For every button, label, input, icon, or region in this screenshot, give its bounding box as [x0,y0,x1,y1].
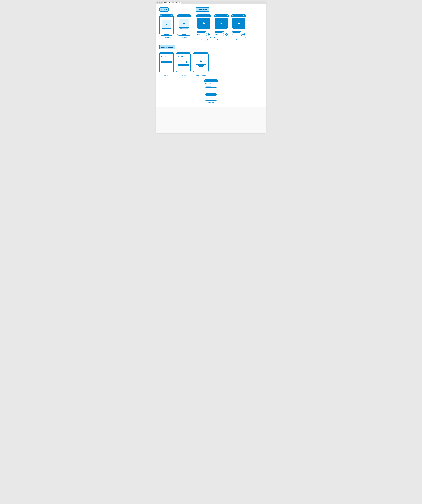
loading-dot-6 [185,29,186,29]
onboarding3-time: 9:41 [232,15,234,16]
onboarding1-home-bar [202,37,206,37]
welcoming-mountain-icon: ⛰ [199,59,202,63]
signin2-body: Sign in [177,54,190,72]
onboarding3-dots [232,34,235,35]
signin1-body: Sign in [159,54,173,72]
newuser-icons: ▲▲▲ [215,80,217,81]
signin2-input1[interactable] [177,58,189,60]
onboarding2-dots [215,34,218,35]
splash1-time: 9:41 [160,15,162,16]
signin1-button[interactable] [161,61,172,63]
onboarding2-line2 [215,30,226,31]
onboarding3-image: ⛰ [232,18,245,29]
onboarding3-notch: 9:41 ▲▲▲ [231,14,246,17]
onboarding1-image: ⛰ [197,18,210,29]
dot1-3 [199,34,200,35]
canvas: Splash 9:41 ▲▲▲ ⛰ [156,4,266,107]
browser-dot-green [161,2,162,3]
newuser-phone: 9:41 ▲▲▲ Sign up [204,79,218,101]
onboarding1-container: 9:41 ▲▲▲ ⛰ [196,14,211,41]
browser-dot-red [157,2,158,3]
splash-phones: 9:41 ▲▲▲ ⛰ Spla [159,14,193,38]
otp-box-3[interactable] [183,61,186,63]
onboarding3-home-bar [237,37,241,37]
newuser-title: Sign up [205,83,217,84]
onboarding2-prev-btn[interactable]: ‹ [223,33,225,36]
splash1-mountain-icon: ⛰ [165,23,168,26]
otp-box-1[interactable] [177,61,180,63]
onboarding3-mountain-icon: ⛰ [237,21,240,25]
dot2-3 [217,34,218,35]
onboarding1-line2 [197,30,209,31]
onboarding2-label: Onboarding 2 [214,39,229,41]
welcoming-line3 [199,66,203,66]
signin2-button[interactable] [177,64,189,66]
signin1-container: 9:41 ▲▲▲ Sign in [159,52,174,76]
welcoming-home-bar [199,72,203,72]
signin2-home-bar [181,72,186,72]
onboarding3-next-btn[interactable]: › [243,33,245,36]
signup-area: 9:41 ▲▲▲ Sign up [159,79,263,103]
onboarding2-line4 [215,32,223,32]
newuser-home-bar [209,100,213,100]
onboarding2-next-btn[interactable]: › [225,33,228,36]
splash1-body: ⛰ [159,17,173,34]
onboarding3-line2 [232,30,244,31]
newuser-field2 [206,89,211,89]
otp-box-4[interactable] [186,61,189,63]
signin2-notch: 9:41 ▲▲▲ [177,52,190,54]
splash2-mountain-icon: ⛰ [183,22,185,25]
browser-tab[interactable]: Splash, Onboarding and Sign in [163,2,181,4]
onboarding1-bottom [196,37,211,38]
dot2-1 [215,34,215,35]
otp-box-2[interactable] [181,61,183,63]
newuser-btn-line [208,95,214,95]
signin2-container: 9:41 ▲▲▲ Sign in [176,52,190,76]
loading-dot-8 [187,29,188,29]
signin1-btn-line [164,62,169,62]
splash2-body: ⛰ [177,17,191,34]
signin1-icons: ▲▲▲ [170,53,172,54]
onboarding3-prev-btn[interactable]: ‹ [240,33,243,36]
newuser-input2[interactable] [205,88,217,90]
splash1-bottom [159,34,173,36]
welcoming-icons: ▲▲▲ [205,53,208,54]
onboarding1-line3 [197,31,206,32]
onboarding1-prev-btn[interactable]: ‹ [205,33,207,36]
onboarding3-nav[interactable]: ‹ › [240,33,245,36]
splash1-container: 9:41 ▲▲▲ ⛰ Spla [159,14,174,38]
signin2-label: Sign in 2 [176,74,190,76]
loading-dot-4 [183,29,184,29]
splash1-notch: 9:41 ▲▲▲ [159,14,173,17]
loading-dot-7 [186,29,187,29]
onboarding1-next-btn[interactable]: › [208,33,210,36]
dot3-active [235,34,235,35]
onboarding2-carousel: ‹ › [215,33,228,36]
splash2-bottom [177,34,191,36]
signin1-input1[interactable] [161,58,172,60]
newuser-input3[interactable] [205,91,217,93]
onboarding2-container: 9:41 ▲▲▲ ⛰ [214,14,229,41]
login-section: Login / Sign up 9:41 ▲▲▲ Sign in [159,45,263,103]
dot1-active [197,34,198,35]
splash2-phone: 9:41 ▲▲▲ ⛰ [177,14,191,36]
splash2-time: 9:41 [178,15,180,16]
onboarding1-notch: 9:41 ▲▲▲ [196,14,211,17]
loading-dot-5 [184,29,185,29]
newuser-button[interactable] [205,93,217,96]
onboarding2-nav[interactable]: ‹ › [223,33,228,36]
splash2-icons: ▲▲▲ [188,15,190,16]
onboarding2-image: ⛰ [215,18,228,29]
onboarding-phones: 9:41 ▲▲▲ ⛰ [196,14,263,41]
newuser-input1[interactable] [205,85,217,88]
onboarding3-carousel: ‹ › [232,33,245,36]
onboarding3-line3 [232,31,241,32]
welcoming-lines [196,64,206,67]
onboarding3-line4 [232,32,240,32]
splash1-home-bar [164,35,169,35]
splash1-phone: 9:41 ▲▲▲ ⛰ [159,14,174,36]
onboarding-section: Onboarding 9:41 ▲▲▲ ⛰ [196,7,263,41]
onboarding1-nav[interactable]: ‹ › [205,33,210,36]
welcoming-label: Welcoming User [193,74,208,76]
onboarding2-phone: 9:41 ▲▲▲ ⛰ [214,14,229,38]
